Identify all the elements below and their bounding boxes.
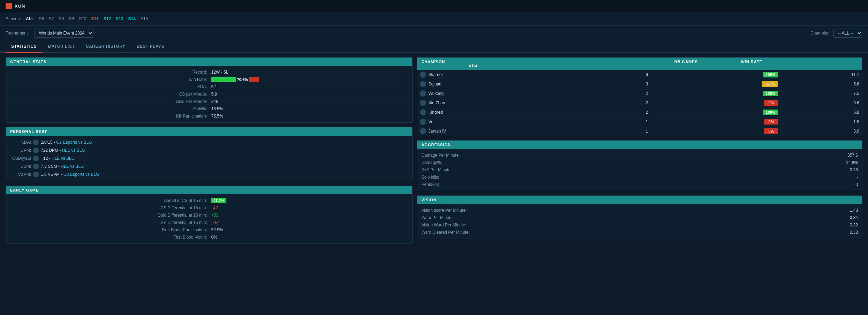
eg-ahead-cs-label: Ahead in CS at 15 min: [10, 198, 211, 203]
agg-solo-kills-value: - [856, 175, 858, 180]
tabs-bar: STATISTICS MATCH LIST CAREER HISTORY BES… [0, 40, 868, 53]
pb-kda-value: 2/0/15 - G2 Esports vs BLG [41, 140, 92, 145]
season-all[interactable]: ALL [24, 16, 35, 22]
champ-kindred-label: Kindred [428, 110, 443, 115]
general-stats-body: Record: 12W - 5L Win Rate: 70.6% KDA: [6, 66, 412, 122]
champ-vi-name: Vi [417, 117, 604, 127]
agg-pentakills-value: 0 [855, 182, 858, 187]
winrate-bar: 70.6% [211, 77, 408, 82]
pb-kda-icon [33, 140, 39, 145]
tournament-label: Tournament: [6, 31, 29, 36]
champ-jarvaniv-name: Jarvan IV [417, 127, 604, 136]
eg-ahead-cs-value: 41.2% [211, 198, 408, 203]
general-stats-section: GENERAL STATS Record: 12W - 5L Win Rate:… [6, 57, 413, 123]
eg-xp-diff: XP Differential at 15 min: -164 [10, 219, 408, 226]
eg-bar-green: 41.2% [211, 198, 226, 203]
season-s13[interactable]: S13 [114, 16, 124, 22]
eg-gold-diff-value: +53 [211, 213, 408, 218]
eg-ahead-cs: Ahead in CS at 15 min: 41.2% [10, 197, 408, 204]
tab-career-history[interactable]: CAREER HISTORY [80, 40, 131, 53]
kda-col: KDA [421, 64, 478, 68]
eg-cs-diff-label: CS Differential at 15 min: [10, 205, 211, 210]
eg-fb-part-label: First Blood Participation: [10, 227, 211, 232]
tournament-select[interactable]: Worlds Main Event 2024 [35, 29, 93, 38]
agg-kapm-value: 0.36 [850, 167, 858, 172]
pb-csm-icon [33, 164, 39, 169]
personal-best-section: PERSONAL BEST KDA: 2/0/15 - G2 Esports v… [6, 127, 413, 181]
tab-statistics[interactable]: STATISTICS [6, 40, 42, 53]
stat-goldpct-label: Gold%: [10, 106, 211, 111]
stat-kp-label: Kill Participation: [10, 114, 211, 119]
pb-vspm-label: VSPM: [10, 172, 31, 177]
agg-dpm-value: 357.6 [847, 153, 858, 158]
vis-wpm-value: 0.34 [850, 215, 858, 220]
eg-fb-victim-value: 0% [211, 235, 408, 240]
season-s12[interactable]: S12 [102, 16, 112, 22]
vis-wcpm: Ward Cleared Per Minute: 0.38 [421, 229, 858, 236]
pb-kda: KDA: 2/0/15 - G2 Esports vs BLG [10, 138, 408, 147]
jarvaniv-icon [420, 128, 426, 134]
stat-cspm: CS per Minute: 5.9 [10, 91, 408, 98]
champ-kindred-name: Kindred [417, 108, 604, 117]
stat-record-label: Record: [10, 70, 211, 75]
champ-sejuani-games: 3 [604, 80, 651, 89]
sejuani-wr-pill: 66.7% [762, 81, 778, 87]
winrate-bar-red [249, 77, 259, 82]
vis-wcpm-value: 0.38 [850, 230, 858, 235]
champ-kindred-games: 2 [604, 108, 651, 117]
pb-csd-match[interactable]: HLE vs BLG [52, 156, 75, 161]
season-s7[interactable]: S7 [47, 16, 55, 22]
pb-dpm-label: DPM: [10, 148, 31, 153]
vi-wr-pill: 0% [764, 119, 778, 125]
season-s15[interactable]: S15 [139, 16, 149, 22]
stat-kda: KDA: 5.1 [10, 83, 408, 91]
xinzhao-icon [420, 100, 426, 106]
agg-solo-kills-label: Solo kills: [421, 175, 439, 180]
aggression-body: Damage Per Minute: 357.6 Damage%: 14.8% … [417, 149, 862, 191]
agg-pentakills: Pentakills: 0 [421, 181, 858, 188]
champ-vi-games: 1 [604, 117, 651, 127]
agg-damagepct: Damage%: 14.8% [421, 159, 858, 166]
champ-wukong-label: Wukong [428, 91, 444, 96]
season-label: Season: [6, 16, 21, 21]
agg-damagepct-label: Damage%: [421, 160, 442, 165]
right-panel: CHAMPION NB GAMES WIN RATE KDA Skarner 6… [417, 57, 862, 244]
champion-select[interactable]: -- ALL -- [833, 29, 862, 38]
nbgames-col: NB GAMES [619, 60, 698, 64]
pb-dpm-icon [33, 148, 39, 153]
stat-winrate-label: Win Rate: [10, 77, 211, 82]
agg-dpm: Damage Per Minute: 357.6 [421, 152, 858, 159]
season-bar: Season: ALL S6 S7 S8 S9 S10 S11 S12 S13 … [0, 12, 868, 25]
tab-match-list[interactable]: MATCH LIST [42, 40, 80, 53]
pb-vspm-icon [33, 172, 39, 177]
pb-dpm-match[interactable]: HLE vs BLG [62, 148, 85, 153]
winrate-bar-green [211, 77, 236, 82]
season-s11[interactable]: S11 [90, 16, 100, 22]
main-content: GENERAL STATS Record: 12W - 5L Win Rate:… [0, 53, 868, 248]
champ-kindred-kda: 5.8 [781, 108, 862, 117]
season-s9[interactable]: S9 [67, 16, 75, 22]
season-s8[interactable]: S8 [58, 16, 66, 22]
season-s10[interactable]: S10 [77, 16, 88, 22]
tab-best-plays[interactable]: BEST PLAYS [131, 40, 170, 53]
champ-skarner-label: Skarner [428, 72, 443, 77]
champ-xinzhao-name: Xin Zhao [417, 98, 604, 108]
pb-kda-label: KDA: [10, 140, 31, 145]
champ-jarvaniv-label: Jarvan IV [428, 129, 446, 134]
stat-winrate-value: 70.6% [211, 77, 408, 82]
champ-sejuani-wr: 66.7% [651, 80, 781, 89]
pb-vspm-match[interactable]: G2 Esports vs BLG [63, 172, 99, 177]
pb-csm-match[interactable]: HLE vs BLG [61, 164, 84, 169]
season-s6[interactable]: S6 [37, 16, 45, 22]
champ-kindred-wr: 100% [651, 108, 781, 117]
aggression-header: AGGRESSION [417, 141, 862, 149]
top-bar: XUN [0, 0, 868, 12]
stat-gpm-label: Gold Per Minute: [10, 99, 211, 104]
eg-fb-part: First Blood Participation: 52.9% [10, 226, 408, 234]
pb-kda-match[interactable]: G2 Esports vs BLG [56, 140, 92, 145]
early-game-header: EARLY GAME [6, 186, 412, 194]
season-s14[interactable]: S14 [127, 16, 137, 22]
stat-cspm-label: CS per Minute: [10, 92, 211, 97]
eg-xp-diff-value: -164 [211, 220, 408, 225]
pb-csd-icon [33, 156, 39, 161]
